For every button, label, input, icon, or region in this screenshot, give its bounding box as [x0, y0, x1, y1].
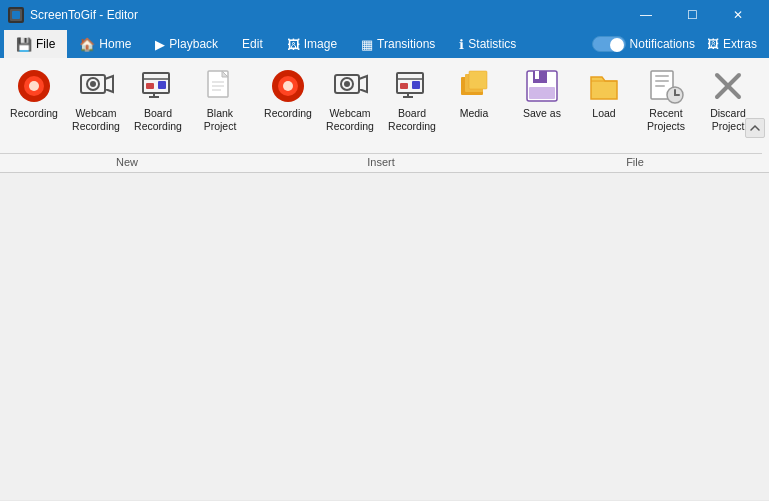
- recording-insert-icon: [269, 67, 307, 105]
- home-tab-icon: 🏠: [79, 37, 95, 52]
- recent-projects-button[interactable]: RecentProjects: [636, 62, 696, 153]
- svg-point-7: [90, 81, 96, 87]
- file-group-label: File: [508, 153, 762, 172]
- transitions-tab-icon: ▦: [361, 37, 373, 52]
- load-button[interactable]: Load: [574, 62, 634, 153]
- discard-project-label: DiscardProject: [710, 107, 746, 132]
- board-recording-insert-icon: [393, 67, 431, 105]
- image-tab-label: Image: [304, 37, 337, 51]
- blank-project-label: BlankProject: [204, 107, 237, 132]
- board-recording-insert-button[interactable]: BoardRecording: [382, 62, 442, 153]
- file-tab-label: File: [36, 37, 55, 51]
- maximize-button[interactable]: ☐: [669, 0, 715, 30]
- board-recording-button[interactable]: BoardRecording: [128, 62, 188, 153]
- transitions-tab-label: Transitions: [377, 37, 435, 51]
- insert-group-items: Recording WebcamRecording: [254, 58, 508, 153]
- statistics-tab-icon: ℹ: [459, 37, 464, 52]
- board-recording-icon: [139, 67, 177, 105]
- ribbon-group-insert: Recording WebcamRecording: [254, 58, 508, 172]
- svg-rect-30: [412, 81, 420, 89]
- svg-rect-41: [655, 75, 669, 77]
- file-tab-icon: 💾: [16, 37, 32, 52]
- recording-label: Recording: [10, 107, 58, 120]
- svg-rect-29: [400, 83, 408, 89]
- svg-rect-42: [655, 80, 669, 82]
- webcam-recording-button[interactable]: WebcamRecording: [66, 62, 126, 153]
- minimize-button[interactable]: —: [623, 0, 669, 30]
- tab-playback[interactable]: ▶ Playback: [143, 30, 230, 58]
- svg-rect-35: [469, 71, 487, 89]
- recording-button[interactable]: Recording: [4, 62, 64, 153]
- board-recording-insert-label: BoardRecording: [388, 107, 436, 132]
- save-as-button[interactable]: Save as: [512, 62, 572, 153]
- load-label: Load: [592, 107, 615, 120]
- tab-image[interactable]: 🖼 Image: [275, 30, 349, 58]
- discard-project-icon: [709, 67, 747, 105]
- extras-label: Extras: [723, 37, 757, 51]
- svg-point-22: [283, 81, 293, 91]
- load-icon: [585, 67, 623, 105]
- image-tab-icon: 🖼: [287, 37, 300, 52]
- content-area: [0, 173, 769, 500]
- window-title: ScreenToGif - Editor: [30, 8, 138, 22]
- webcam-recording-insert-icon: [331, 67, 369, 105]
- ribbon-content: Recording WebcamRecording: [0, 58, 769, 173]
- notifications-area: Notifications 🖼 Extras: [592, 36, 765, 52]
- blank-project-button[interactable]: BlankProject: [190, 62, 250, 153]
- playback-tab-icon: ▶: [155, 37, 165, 52]
- title-bar: ScreenToGif - Editor — ☐ ✕: [0, 0, 769, 30]
- svg-marker-8: [105, 76, 113, 92]
- media-button[interactable]: Media: [444, 62, 504, 153]
- menu-bar: 💾 File 🏠 Home ▶ Playback Edit 🖼 Image ▦ …: [0, 30, 769, 58]
- media-label: Media: [460, 107, 489, 120]
- extras-tab[interactable]: 🖼 Extras: [699, 37, 765, 51]
- tab-file[interactable]: 💾 File: [4, 30, 67, 58]
- svg-marker-26: [359, 76, 367, 92]
- webcam-recording-label: WebcamRecording: [72, 107, 120, 132]
- svg-rect-38: [535, 71, 539, 79]
- new-group-label: New: [0, 153, 254, 172]
- recent-projects-label: RecentProjects: [647, 107, 685, 132]
- svg-rect-39: [529, 87, 555, 99]
- app-icon: [8, 7, 24, 23]
- svg-rect-11: [146, 83, 154, 89]
- ribbon-group-new: Recording WebcamRecording: [0, 58, 254, 172]
- notifications-toggle[interactable]: [592, 36, 626, 52]
- ribbon: Recording WebcamRecording: [0, 58, 769, 173]
- ribbon-group-file: Save as Load: [508, 58, 762, 172]
- home-tab-label: Home: [99, 37, 131, 51]
- tab-statistics[interactable]: ℹ Statistics: [447, 30, 528, 58]
- window-controls: — ☐ ✕: [623, 0, 761, 30]
- webcam-recording-insert-button[interactable]: WebcamRecording: [320, 62, 380, 153]
- save-as-label: Save as: [523, 107, 561, 120]
- toggle-knob: [610, 38, 624, 52]
- insert-group-label: Insert: [254, 153, 508, 172]
- webcam-recording-icon: [77, 67, 115, 105]
- svg-point-25: [344, 81, 350, 87]
- discard-project-button[interactable]: DiscardProject: [698, 62, 758, 153]
- recording-insert-button[interactable]: Recording: [258, 62, 318, 153]
- ribbon-collapse-button[interactable]: [745, 118, 765, 138]
- recording-insert-label: Recording: [264, 107, 312, 120]
- new-group-items: Recording WebcamRecording: [0, 58, 254, 153]
- statistics-tab-label: Statistics: [468, 37, 516, 51]
- recording-icon: [15, 67, 53, 105]
- tab-transitions[interactable]: ▦ Transitions: [349, 30, 447, 58]
- webcam-recording-insert-label: WebcamRecording: [326, 107, 374, 132]
- media-icon: [455, 67, 493, 105]
- svg-rect-43: [655, 85, 665, 87]
- file-group-items: Save as Load: [508, 58, 762, 153]
- blank-project-icon: [201, 67, 239, 105]
- board-recording-label: BoardRecording: [134, 107, 182, 132]
- svg-rect-1: [12, 11, 20, 19]
- svg-rect-12: [158, 81, 166, 89]
- extras-icon: 🖼: [707, 37, 719, 51]
- tab-edit[interactable]: Edit: [230, 30, 275, 58]
- title-bar-left: ScreenToGif - Editor: [8, 7, 138, 23]
- close-button[interactable]: ✕: [715, 0, 761, 30]
- edit-tab-label: Edit: [242, 37, 263, 51]
- playback-tab-label: Playback: [169, 37, 218, 51]
- app-container: ScreenToGif - Editor — ☐ ✕ 💾 File 🏠 Home…: [0, 0, 769, 501]
- svg-point-4: [29, 81, 39, 91]
- tab-home[interactable]: 🏠 Home: [67, 30, 143, 58]
